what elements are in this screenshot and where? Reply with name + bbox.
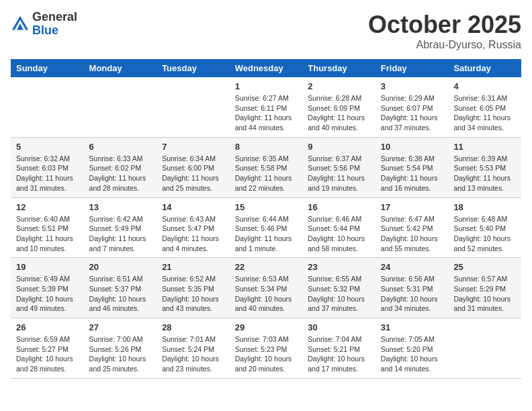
day-info: Sunrise: 6:53 AM Sunset: 5:34 PM Dayligh… bbox=[235, 274, 298, 314]
day-info: Sunrise: 6:31 AM Sunset: 6:05 PM Dayligh… bbox=[453, 93, 516, 133]
calendar-cell: 27Sunrise: 7:00 AM Sunset: 5:26 PM Dayli… bbox=[84, 318, 157, 379]
calendar-cell: 28Sunrise: 7:01 AM Sunset: 5:24 PM Dayli… bbox=[157, 318, 230, 379]
week-row: 12Sunrise: 6:40 AM Sunset: 5:51 PM Dayli… bbox=[11, 197, 521, 258]
day-info: Sunrise: 6:44 AM Sunset: 5:46 PM Dayligh… bbox=[235, 214, 298, 254]
calendar-cell: 15Sunrise: 6:44 AM Sunset: 5:46 PM Dayli… bbox=[230, 197, 303, 258]
calendar-subtitle: Abrau-Dyurso, Russia bbox=[368, 39, 521, 51]
logo: General Blue bbox=[11, 11, 77, 38]
day-info: Sunrise: 6:42 AM Sunset: 5:49 PM Dayligh… bbox=[89, 214, 152, 254]
day-info: Sunrise: 7:01 AM Sunset: 5:24 PM Dayligh… bbox=[162, 334, 224, 374]
day-info: Sunrise: 7:04 AM Sunset: 5:21 PM Dayligh… bbox=[308, 334, 370, 374]
day-number: 13 bbox=[89, 202, 152, 212]
day-info: Sunrise: 6:56 AM Sunset: 5:31 PM Dayligh… bbox=[381, 274, 443, 314]
calendar-cell: 20Sunrise: 6:51 AM Sunset: 5:37 PM Dayli… bbox=[84, 258, 157, 318]
day-number: 16 bbox=[308, 202, 370, 212]
calendar-cell: 16Sunrise: 6:46 AM Sunset: 5:44 PM Dayli… bbox=[302, 197, 375, 258]
day-number: 25 bbox=[453, 262, 516, 272]
calendar-cell bbox=[84, 77, 157, 137]
calendar-cell: 23Sunrise: 6:55 AM Sunset: 5:32 PM Dayli… bbox=[302, 258, 375, 318]
day-number: 15 bbox=[235, 202, 298, 212]
day-info: Sunrise: 6:39 AM Sunset: 5:53 PM Dayligh… bbox=[453, 154, 516, 193]
day-info: Sunrise: 6:49 AM Sunset: 5:39 PM Dayligh… bbox=[16, 274, 79, 314]
day-info: Sunrise: 6:47 AM Sunset: 5:42 PM Dayligh… bbox=[381, 214, 443, 254]
week-row: 19Sunrise: 6:49 AM Sunset: 5:39 PM Dayli… bbox=[11, 258, 521, 318]
day-number: 12 bbox=[16, 202, 79, 212]
day-number: 10 bbox=[381, 142, 443, 152]
calendar-cell: 10Sunrise: 6:38 AM Sunset: 5:54 PM Dayli… bbox=[375, 137, 449, 197]
calendar-cell: 22Sunrise: 6:53 AM Sunset: 5:34 PM Dayli… bbox=[230, 258, 303, 318]
week-row: 5Sunrise: 6:32 AM Sunset: 6:03 PM Daylig… bbox=[11, 137, 521, 197]
calendar-cell bbox=[11, 77, 84, 137]
calendar-header: SundayMondayTuesdayWednesdayThursdayFrid… bbox=[11, 59, 521, 77]
day-number: 22 bbox=[235, 262, 298, 272]
title-block: October 2025 Abrau-Dyurso, Russia bbox=[368, 11, 521, 51]
day-number: 6 bbox=[89, 142, 152, 152]
day-info: Sunrise: 6:38 AM Sunset: 5:54 PM Dayligh… bbox=[381, 154, 443, 193]
day-number: 20 bbox=[89, 262, 152, 272]
day-info: Sunrise: 6:32 AM Sunset: 6:03 PM Dayligh… bbox=[16, 154, 79, 193]
calendar-cell: 5Sunrise: 6:32 AM Sunset: 6:03 PM Daylig… bbox=[11, 137, 84, 197]
header-row: SundayMondayTuesdayWednesdayThursdayFrid… bbox=[11, 59, 521, 77]
calendar-cell: 8Sunrise: 6:35 AM Sunset: 5:58 PM Daylig… bbox=[230, 137, 303, 197]
calendar-cell: 7Sunrise: 6:34 AM Sunset: 6:00 PM Daylig… bbox=[157, 137, 230, 197]
day-info: Sunrise: 6:48 AM Sunset: 5:40 PM Dayligh… bbox=[453, 214, 516, 254]
calendar-title: October 2025 bbox=[368, 11, 521, 39]
calendar-cell: 1Sunrise: 6:27 AM Sunset: 6:11 PM Daylig… bbox=[230, 77, 303, 137]
day-info: Sunrise: 6:57 AM Sunset: 5:29 PM Dayligh… bbox=[453, 274, 516, 314]
day-info: Sunrise: 7:03 AM Sunset: 5:23 PM Dayligh… bbox=[235, 334, 298, 374]
calendar-cell: 2Sunrise: 6:28 AM Sunset: 6:09 PM Daylig… bbox=[302, 77, 375, 137]
day-number: 1 bbox=[235, 81, 298, 91]
column-header-saturday: Saturday bbox=[448, 59, 521, 77]
day-number: 2 bbox=[308, 81, 370, 91]
calendar-cell: 4Sunrise: 6:31 AM Sunset: 6:05 PM Daylig… bbox=[448, 77, 521, 137]
calendar-table: SundayMondayTuesdayWednesdayThursdayFrid… bbox=[11, 59, 521, 379]
column-header-thursday: Thursday bbox=[302, 59, 375, 77]
calendar-cell: 14Sunrise: 6:43 AM Sunset: 5:47 PM Dayli… bbox=[157, 197, 230, 258]
day-number: 14 bbox=[162, 202, 224, 212]
day-info: Sunrise: 6:27 AM Sunset: 6:11 PM Dayligh… bbox=[235, 93, 298, 133]
day-number: 28 bbox=[162, 322, 224, 332]
day-number: 7 bbox=[162, 142, 224, 152]
column-header-friday: Friday bbox=[375, 59, 449, 77]
calendar-cell: 26Sunrise: 6:59 AM Sunset: 5:27 PM Dayli… bbox=[11, 318, 84, 379]
day-number: 9 bbox=[308, 142, 370, 152]
day-number: 27 bbox=[89, 322, 152, 332]
calendar-cell: 25Sunrise: 6:57 AM Sunset: 5:29 PM Dayli… bbox=[448, 258, 521, 318]
day-number: 8 bbox=[235, 142, 298, 152]
day-info: Sunrise: 6:40 AM Sunset: 5:51 PM Dayligh… bbox=[16, 214, 79, 254]
day-number: 17 bbox=[381, 202, 443, 212]
day-info: Sunrise: 6:55 AM Sunset: 5:32 PM Dayligh… bbox=[308, 274, 370, 314]
logo-icon bbox=[11, 15, 30, 34]
calendar-cell: 6Sunrise: 6:33 AM Sunset: 6:02 PM Daylig… bbox=[84, 137, 157, 197]
day-number: 26 bbox=[16, 322, 79, 332]
day-info: Sunrise: 6:59 AM Sunset: 5:27 PM Dayligh… bbox=[16, 334, 79, 374]
day-info: Sunrise: 6:33 AM Sunset: 6:02 PM Dayligh… bbox=[89, 154, 152, 193]
day-number: 29 bbox=[235, 322, 298, 332]
calendar-cell: 19Sunrise: 6:49 AM Sunset: 5:39 PM Dayli… bbox=[11, 258, 84, 318]
day-info: Sunrise: 6:34 AM Sunset: 6:00 PM Dayligh… bbox=[162, 154, 224, 193]
logo-general: General bbox=[32, 11, 77, 24]
calendar-cell: 11Sunrise: 6:39 AM Sunset: 5:53 PM Dayli… bbox=[448, 137, 521, 197]
column-header-tuesday: Tuesday bbox=[157, 59, 230, 77]
day-number: 11 bbox=[453, 142, 516, 152]
logo-text: General Blue bbox=[32, 11, 77, 38]
calendar-cell: 21Sunrise: 6:52 AM Sunset: 5:35 PM Dayli… bbox=[157, 258, 230, 318]
day-info: Sunrise: 6:43 AM Sunset: 5:47 PM Dayligh… bbox=[162, 214, 224, 254]
calendar-cell: 3Sunrise: 6:29 AM Sunset: 6:07 PM Daylig… bbox=[375, 77, 449, 137]
column-header-wednesday: Wednesday bbox=[230, 59, 303, 77]
day-info: Sunrise: 6:46 AM Sunset: 5:44 PM Dayligh… bbox=[308, 214, 370, 254]
day-info: Sunrise: 6:37 AM Sunset: 5:56 PM Dayligh… bbox=[308, 154, 370, 193]
day-number: 3 bbox=[381, 81, 443, 91]
calendar-cell: 24Sunrise: 6:56 AM Sunset: 5:31 PM Dayli… bbox=[375, 258, 449, 318]
week-row: 1Sunrise: 6:27 AM Sunset: 6:11 PM Daylig… bbox=[11, 77, 521, 137]
day-number: 5 bbox=[16, 142, 79, 152]
calendar-cell: 13Sunrise: 6:42 AM Sunset: 5:49 PM Dayli… bbox=[84, 197, 157, 258]
calendar-cell: 17Sunrise: 6:47 AM Sunset: 5:42 PM Dayli… bbox=[375, 197, 449, 258]
calendar-cell: 31Sunrise: 7:05 AM Sunset: 5:20 PM Dayli… bbox=[375, 318, 449, 379]
day-info: Sunrise: 6:52 AM Sunset: 5:35 PM Dayligh… bbox=[162, 274, 224, 314]
day-info: Sunrise: 7:05 AM Sunset: 5:20 PM Dayligh… bbox=[381, 334, 443, 374]
column-header-monday: Monday bbox=[84, 59, 157, 77]
day-info: Sunrise: 6:29 AM Sunset: 6:07 PM Dayligh… bbox=[381, 93, 443, 133]
calendar-cell: 30Sunrise: 7:04 AM Sunset: 5:21 PM Dayli… bbox=[302, 318, 375, 379]
calendar-cell bbox=[448, 318, 521, 379]
